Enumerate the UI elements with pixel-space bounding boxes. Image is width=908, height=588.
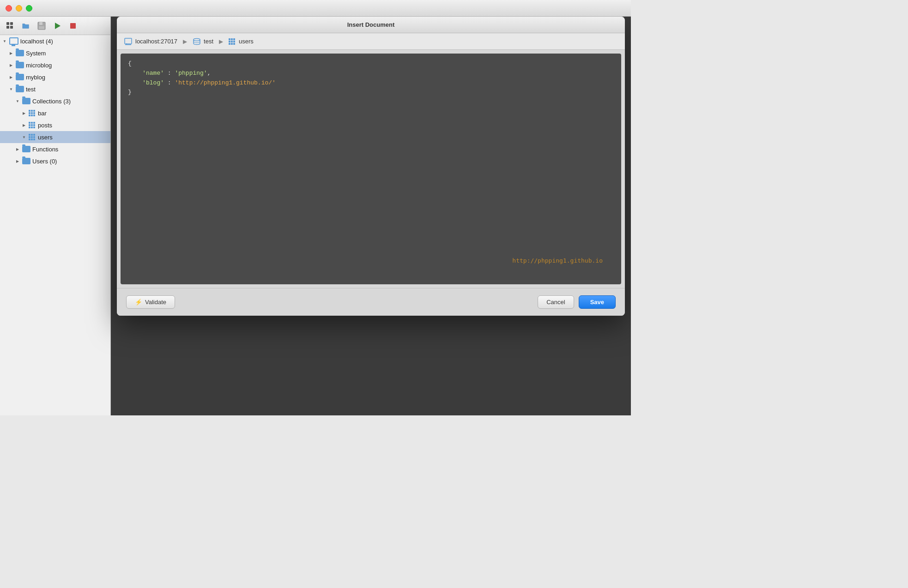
folder-icon [16, 86, 24, 92]
collection-icon [29, 122, 36, 128]
close-button[interactable] [6, 5, 12, 12]
code-line-2: 'name' : 'phpping', [128, 69, 614, 78]
svg-rect-8 [70, 23, 76, 29]
folder-icon [16, 62, 24, 68]
svg-rect-3 [10, 26, 13, 29]
code-name-value: 'phpping' [175, 70, 207, 77]
folder-icon [16, 74, 24, 80]
titlebar [0, 0, 631, 17]
save-button[interactable]: Save [579, 295, 616, 309]
folder-icon [22, 158, 30, 164]
validate-icon: ⚡ [135, 299, 142, 306]
collection-icon [229, 38, 236, 45]
chevron-icon [2, 38, 7, 44]
svg-point-12 [194, 38, 200, 41]
cancel-button[interactable]: Cancel [538, 295, 574, 309]
code-line-4: } [128, 88, 614, 97]
svg-rect-11 [125, 44, 131, 45]
svg-rect-9 [125, 38, 132, 44]
breadcrumb-sep2: ▶ [219, 38, 223, 45]
validate-button[interactable]: ⚡ Validate [126, 295, 175, 309]
sidebar-item-myblog[interactable]: myblog [0, 71, 110, 83]
sidebar: localhost (4) System microblog [0, 17, 111, 415]
dialog-footer: ⚡ Validate Cancel Save [117, 288, 625, 316]
insert-document-dialog: Insert Document localhost:27017 ▶ [117, 17, 625, 316]
breadcrumb-database-label: test [204, 38, 213, 45]
sidebar-item-label: System [26, 50, 46, 57]
collection-icon [29, 134, 36, 140]
breadcrumb-collection: users [229, 38, 254, 45]
dialog-breadcrumb: localhost:27017 ▶ test ▶ [117, 33, 625, 50]
footer-right-buttons: Cancel Save [538, 295, 616, 309]
sidebar-toolbar [0, 17, 110, 35]
breadcrumb-server: localhost:27017 [124, 38, 177, 45]
code-editor[interactable]: { 'name' : 'phpping', 'blog' : 'http://p… [121, 54, 621, 284]
database-icon [193, 38, 201, 45]
minimize-button[interactable] [16, 5, 22, 12]
folder-icon [16, 50, 24, 56]
sidebar-item-collections[interactable]: Collections (3) [0, 95, 110, 107]
sidebar-item-microblog[interactable]: microblog [0, 59, 110, 71]
svg-rect-1 [10, 22, 13, 25]
sidebar-tree: localhost (4) System microblog [0, 35, 110, 167]
breadcrumb-server-label: localhost:27017 [135, 38, 177, 45]
sidebar-item-users[interactable]: users [0, 131, 110, 143]
server-icon [9, 37, 18, 45]
watermark-url: http://phpping1.github.io [512, 256, 603, 266]
sidebar-item-label: Functions [32, 146, 58, 153]
play-button[interactable] [51, 19, 64, 32]
sidebar-item-label: myblog [26, 74, 45, 81]
opening-brace: { [128, 60, 132, 67]
code-blog-key: 'blog' [142, 79, 164, 86]
sidebar-item-bar[interactable]: bar [0, 107, 110, 119]
server-icon [124, 38, 133, 45]
chevron-icon [8, 50, 14, 56]
sidebar-item-label: localhost (4) [20, 38, 53, 45]
code-line-1: { [128, 59, 614, 69]
breadcrumb-collection-label: users [239, 38, 254, 45]
breadcrumb-sep1: ▶ [183, 38, 187, 45]
sidebar-item-label: posts [38, 122, 52, 129]
sidebar-item-system[interactable]: System [0, 47, 110, 59]
svg-rect-6 [39, 26, 44, 29]
sidebar-item-label: Collections (3) [32, 98, 71, 105]
breadcrumb-database: test [193, 38, 213, 45]
folder-icon [22, 146, 30, 152]
stop-button[interactable] [67, 19, 79, 32]
chevron-icon [15, 146, 20, 152]
closing-brace: } [128, 89, 132, 96]
open-folder-button[interactable] [19, 19, 32, 32]
svg-rect-0 [6, 22, 9, 25]
code-line-3: 'blog' : 'http://phpping1.github.io/' [128, 78, 614, 88]
app-body: localhost (4) System microblog [0, 17, 631, 415]
svg-rect-5 [39, 22, 42, 25]
app-container: localhost (4) System microblog [0, 0, 631, 415]
sidebar-item-posts[interactable]: posts [0, 119, 110, 131]
chevron-icon [21, 134, 27, 140]
svg-marker-7 [55, 23, 61, 29]
sidebar-item-label: Users (0) [32, 158, 57, 165]
chevron-icon [15, 158, 20, 164]
chevron-icon [8, 86, 14, 92]
sidebar-item-test[interactable]: test [0, 83, 110, 95]
chevron-icon [21, 122, 27, 128]
dialog-overlay: Insert Document localhost:27017 ▶ [111, 17, 631, 415]
chevron-icon [21, 110, 27, 116]
sidebar-item-label: users [38, 134, 53, 141]
validate-label: Validate [145, 299, 166, 306]
code-blog-value: 'http://phpping1.github.io/' [175, 79, 275, 86]
sidebar-item-functions[interactable]: Functions [0, 143, 110, 155]
dialog-titlebar: Insert Document [117, 17, 625, 33]
sidebar-item-localhost[interactable]: localhost (4) [0, 35, 110, 47]
sidebar-item-label: test [26, 86, 36, 93]
traffic-lights [6, 5, 32, 12]
collection-icon [29, 110, 36, 116]
sidebar-item-label: microblog [26, 62, 52, 69]
dialog-title: Insert Document [347, 21, 395, 28]
save-button[interactable] [35, 19, 48, 32]
sidebar-item-users-root[interactable]: Users (0) [0, 155, 110, 167]
grid-view-button[interactable] [4, 19, 17, 32]
maximize-button[interactable] [26, 5, 32, 12]
chevron-icon [15, 98, 20, 104]
chevron-icon [8, 62, 14, 68]
